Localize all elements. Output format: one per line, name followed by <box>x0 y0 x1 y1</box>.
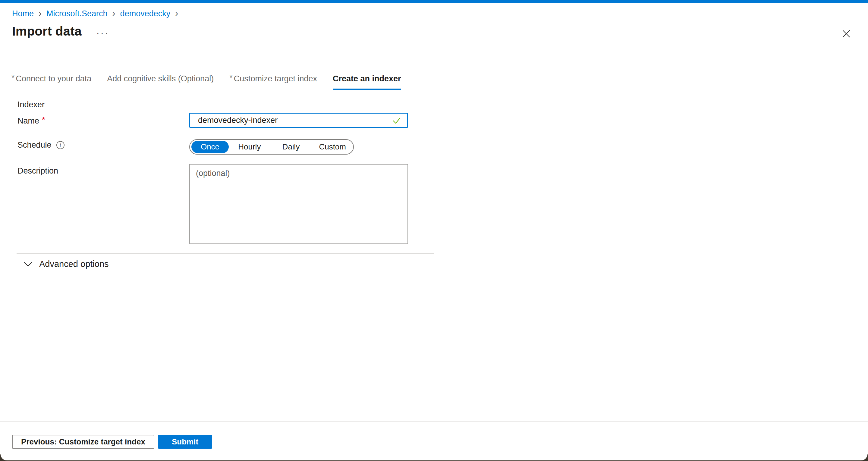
close-icon <box>842 29 851 38</box>
window-corner <box>0 454 7 461</box>
footer-divider <box>0 422 868 422</box>
tab-connect-to-your-data[interactable]: *Connect to your data <box>11 74 91 90</box>
breadcrumb-home[interactable]: Home <box>12 9 34 19</box>
wizard-tabs: *Connect to your data Add cognitive skil… <box>11 74 401 90</box>
import-data-blade: Home › Microsoft.Search › demovedecky › … <box>0 0 868 461</box>
schedule-option-hourly[interactable]: Hourly <box>229 142 270 152</box>
schedule-field-label: Schedule i <box>18 141 64 150</box>
chevron-down-icon <box>24 261 33 267</box>
schedule-option-once[interactable]: Once <box>191 141 229 153</box>
breadcrumb-separator-icon: › <box>38 9 41 17</box>
close-button[interactable] <box>841 28 852 39</box>
name-field-label: Name * <box>18 116 45 126</box>
breadcrumb-microsoft-search[interactable]: Microsoft.Search <box>46 9 107 19</box>
breadcrumb-separator-icon: › <box>175 9 178 17</box>
required-asterisk: * <box>42 115 45 125</box>
more-options-icon[interactable]: ··· <box>96 27 109 36</box>
description-label-text: Description <box>18 166 58 176</box>
description-textarea[interactable] <box>189 164 408 244</box>
tab-label: Connect to your data <box>16 74 92 83</box>
tab-label: Add cognitive skills (Optional) <box>107 74 214 83</box>
description-field-label: Description <box>18 166 58 176</box>
indexer-name-input[interactable] <box>189 113 408 128</box>
valid-checkmark-icon <box>392 116 401 125</box>
page-title: Import data <box>12 24 82 38</box>
tab-create-an-indexer[interactable]: Create an indexer <box>333 74 401 90</box>
name-input-wrap <box>189 113 408 128</box>
advanced-options-toggle[interactable]: Advanced options <box>24 259 109 269</box>
blade-header: Import data ··· <box>12 24 109 38</box>
name-label-text: Name <box>18 116 39 126</box>
divider <box>17 276 434 276</box>
info-icon[interactable]: i <box>56 141 64 149</box>
tab-customize-target-index[interactable]: *Customize target index <box>229 74 317 90</box>
submit-button[interactable]: Submit <box>158 435 212 449</box>
footer-actions: Previous: Customize target index Submit <box>12 435 212 449</box>
tab-add-cognitive-skills[interactable]: Add cognitive skills (Optional) <box>107 74 214 90</box>
advanced-options-label: Advanced options <box>39 259 109 269</box>
schedule-label-text: Schedule <box>18 141 52 150</box>
divider <box>17 253 434 254</box>
window-corner <box>861 454 868 461</box>
tab-label: Create an indexer <box>333 74 401 83</box>
tab-required-marker: * <box>11 73 15 82</box>
schedule-option-custom[interactable]: Custom <box>312 142 353 152</box>
top-accent-bar <box>0 0 868 3</box>
tab-label: Customize target index <box>234 74 317 83</box>
breadcrumb-demovedecky[interactable]: demovedecky <box>120 9 170 19</box>
schedule-option-daily[interactable]: Daily <box>270 142 312 152</box>
tab-required-marker: * <box>229 73 233 82</box>
breadcrumb: Home › Microsoft.Search › demovedecky › <box>12 9 178 19</box>
breadcrumb-separator-icon: › <box>113 9 116 17</box>
indexer-section-label: Indexer <box>18 100 44 110</box>
schedule-toggle-group: Once Hourly Daily Custom <box>189 139 354 155</box>
previous-button[interactable]: Previous: Customize target index <box>12 435 154 449</box>
